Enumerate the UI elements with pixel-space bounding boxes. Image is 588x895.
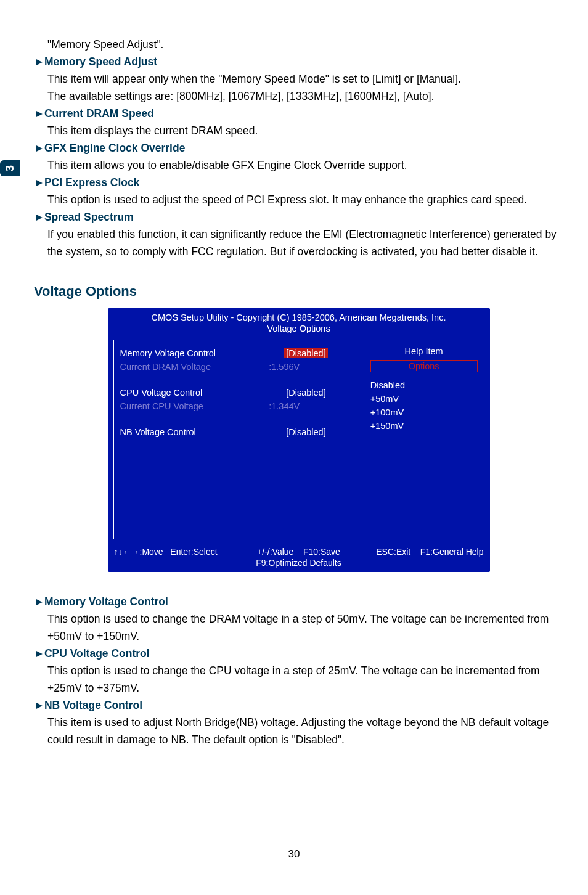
bios-selected-value: [Disabled] bbox=[284, 348, 327, 358]
bios-left-panel: Memory Voltage Control [Disabled] Curren… bbox=[112, 338, 364, 541]
heading-nb-voltage-control: ► NB Voltage Control bbox=[34, 697, 563, 714]
bios-value: :1.344V bbox=[256, 399, 356, 413]
bios-label: Current DRAM Voltage bbox=[120, 360, 257, 374]
spacer bbox=[120, 413, 356, 425]
arrow-icon: ► bbox=[34, 645, 41, 662]
arrow-icon: ► bbox=[34, 105, 41, 122]
bios-footer: ↑↓←→:Move Enter:Select +/-/:Value F10:Sa… bbox=[108, 544, 490, 570]
heading-label: Memory Speed Adjust bbox=[44, 55, 157, 68]
footer-right: ESC:Exit F1:General Help bbox=[368, 546, 484, 568]
body-text: This item will appear only when the "Mem… bbox=[47, 70, 563, 88]
bios-label: Memory Voltage Control bbox=[120, 346, 257, 360]
bios-label: Current CPU Voltage bbox=[120, 399, 257, 413]
options-title: Options bbox=[370, 360, 478, 372]
heading-current-dram-speed: ► Current DRAM Speed bbox=[34, 105, 563, 122]
body-text: This option is used to change the CPU vo… bbox=[47, 662, 563, 697]
heading-label: PCI Express Clock bbox=[44, 176, 140, 189]
arrow-icon: ► bbox=[34, 174, 41, 191]
footer-defaults: F9:Optimized Defaults bbox=[256, 558, 341, 568]
arrow-icon: ► bbox=[34, 139, 41, 157]
body-text: This item allows you to enable/disable G… bbox=[47, 157, 563, 174]
arrow-icon: ► bbox=[34, 593, 41, 610]
bios-body: Memory Voltage Control [Disabled] Curren… bbox=[112, 338, 486, 541]
bios-header: CMOS Setup Utility - Copyright (C) 1985-… bbox=[108, 308, 490, 337]
bios-value: [Disabled] bbox=[256, 346, 356, 360]
body-text: The available settings are: [800MHz], [1… bbox=[47, 88, 563, 105]
bios-screenshot: CMOS Setup Utility - Copyright (C) 1985-… bbox=[108, 308, 490, 572]
bios-row: Current CPU Voltage :1.344V bbox=[120, 399, 356, 413]
footer-select: Enter:Select bbox=[170, 547, 217, 557]
spacer bbox=[120, 374, 356, 386]
footer-value: +/-/:Value bbox=[257, 547, 293, 557]
heading-mem-voltage-control: ► Memory Voltage Control bbox=[34, 593, 563, 610]
option[interactable]: +100mV bbox=[370, 406, 478, 419]
body-text: This option is used to change the DRAM v… bbox=[47, 610, 563, 645]
heading-label: NB Voltage Control bbox=[44, 699, 142, 711]
section-voltage-options: Voltage Options bbox=[34, 284, 563, 300]
bios-row[interactable]: Memory Voltage Control [Disabled] bbox=[120, 346, 356, 360]
heading-spread-spectrum: ► Spread Spectrum bbox=[34, 208, 563, 226]
bios-header-line1: CMOS Setup Utility - Copyright (C) 1985-… bbox=[108, 312, 490, 323]
page-content: "Memory Speed Adjust". ► Memory Speed Ad… bbox=[34, 36, 563, 748]
bios-value: [Disabled] bbox=[256, 386, 356, 399]
heading-label: Spread Spectrum bbox=[44, 211, 134, 223]
bios-value: :1.596V bbox=[256, 360, 356, 374]
arrow-icon: ► bbox=[34, 53, 41, 70]
heading-label: GFX Engine Clock Override bbox=[44, 142, 186, 154]
bios-label: NB Voltage Control bbox=[120, 425, 257, 439]
option[interactable]: +50mV bbox=[370, 392, 478, 406]
bios-row: Current DRAM Voltage :1.596V bbox=[120, 360, 356, 374]
bios-right-panel: Help Item Options Disabled +50mV +100mV … bbox=[364, 338, 486, 541]
body-text: This item is used to adjust North Bridge… bbox=[47, 714, 563, 748]
heading-label: Current DRAM Speed bbox=[44, 107, 154, 120]
option[interactable]: +150mV bbox=[370, 419, 478, 433]
bios-label: CPU Voltage Control bbox=[120, 386, 257, 399]
heading-gfx-engine: ► GFX Engine Clock Override bbox=[34, 139, 563, 157]
bios-value: [Disabled] bbox=[256, 425, 356, 439]
footer-save: F10:Save bbox=[303, 547, 340, 557]
heading-memory-speed-adjust: ► Memory Speed Adjust bbox=[34, 53, 563, 70]
heading-label: Memory Voltage Control bbox=[44, 595, 168, 608]
heading-label: CPU Voltage Control bbox=[44, 647, 150, 660]
intro-text: "Memory Speed Adjust". bbox=[47, 36, 563, 53]
footer-exit: ESC:Exit bbox=[376, 547, 410, 557]
options-list: Disabled +50mV +100mV +150mV bbox=[370, 378, 478, 433]
heading-cpu-voltage-control: ► CPU Voltage Control bbox=[34, 645, 563, 662]
bios-row[interactable]: CPU Voltage Control [Disabled] bbox=[120, 386, 356, 399]
body-text: This option is used to adjust the speed … bbox=[47, 191, 563, 208]
arrow-icon: ► bbox=[34, 208, 41, 226]
bios-header-line2: Voltage Options bbox=[108, 323, 490, 334]
chapter-tab: 3 bbox=[0, 160, 20, 176]
arrow-icon: ► bbox=[34, 697, 41, 714]
footer-help: F1:General Help bbox=[420, 547, 484, 557]
option[interactable]: Disabled bbox=[370, 378, 478, 392]
bios-row[interactable]: NB Voltage Control [Disabled] bbox=[120, 425, 356, 439]
footer-left: ↑↓←→:Move Enter:Select bbox=[114, 546, 230, 568]
body-text: This item displays the current DRAM spee… bbox=[47, 122, 563, 139]
footer-move: ↑↓←→:Move bbox=[114, 547, 163, 557]
page-number: 30 bbox=[0, 848, 588, 860]
footer-mid: +/-/:Value F10:Save F9:Optimized Default… bbox=[229, 546, 368, 568]
body-text: If you enabled this function, it can sig… bbox=[47, 226, 563, 260]
heading-pci-express: ► PCI Express Clock bbox=[34, 174, 563, 191]
help-title: Help Item bbox=[370, 346, 478, 356]
